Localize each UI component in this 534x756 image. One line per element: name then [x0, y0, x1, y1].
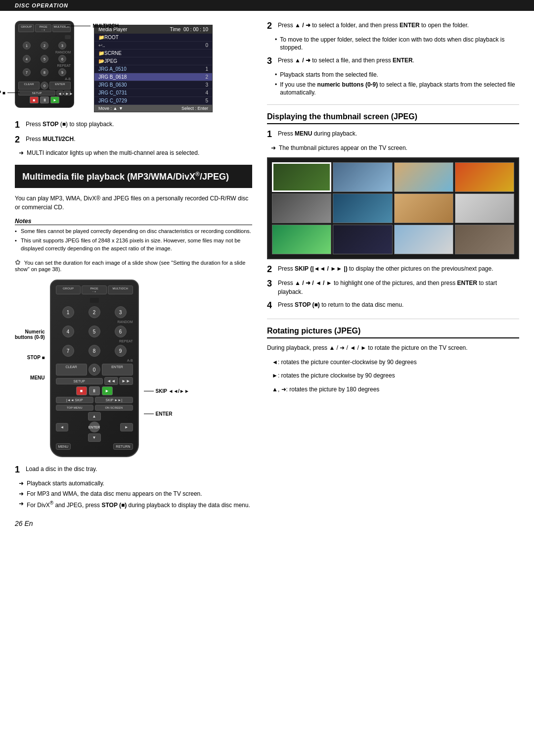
multimedia-section-title: Multimedia file playback (MP3/WMA/DivX®/…	[15, 165, 252, 188]
lremote-skip-next-btn[interactable]: SKIP ►►|	[95, 397, 133, 403]
thumbnail-12[interactable]	[455, 225, 514, 254]
mp-row-file3: JRG B_0630 3	[94, 81, 212, 89]
thumbnail-1[interactable]	[272, 162, 331, 192]
sr-clear-btn[interactable]: CLEAR	[18, 82, 40, 90]
sr-search-btn[interactable]: ►►	[64, 91, 71, 95]
sr-num-2[interactable]: 2	[41, 42, 48, 49]
thumbnail-7[interactable]	[394, 193, 453, 223]
sr-enter-btn[interactable]: ENTER	[49, 82, 71, 90]
media-player-screen: Media Player Time 00 : 00 : 10 📁 ROOT	[94, 25, 213, 112]
lremote-group-btn[interactable]: GROUP	[56, 285, 81, 294]
lremote-num-0[interactable]: 0	[89, 364, 100, 376]
lremote-skip-prev-btn[interactable]: |◄◄ SKIP	[56, 397, 94, 403]
page-container: DISC OPERATION GROUP PAGE- + MULTI/2CH	[0, 0, 534, 537]
step-1-sub2: ➜ For MP3 and WMA, the data disc menu ap…	[19, 490, 252, 498]
lremote-on-screen-btn[interactable]: ON SCREEN	[95, 405, 133, 411]
step-1-sub3: ➜ For DivX® and JPEG, press STOP (■) dur…	[19, 500, 252, 510]
lremote-num-9[interactable]: 9	[115, 345, 127, 357]
enter-right-label: ENTER	[144, 411, 173, 417]
sr-num-1[interactable]: 1	[23, 42, 31, 49]
tip-section: ✿ You can set the duration for each imag…	[15, 258, 252, 272]
lremote-nav-down-btn[interactable]: ▼	[88, 433, 101, 442]
folder-icon: 📁	[98, 35, 104, 40]
sr-num-4[interactable]: 4	[23, 55, 31, 63]
thumbnail-4[interactable]	[455, 162, 514, 192]
lremote-enter-center-btn[interactable]: ENTER	[89, 422, 100, 432]
lremote-num-4[interactable]: 4	[62, 326, 74, 337]
thumbnail-5[interactable]	[272, 193, 331, 223]
sr-pause-btn[interactable]: ⏸	[40, 96, 49, 103]
lremote-search-btn[interactable]: ►►	[119, 377, 133, 385]
folder-scrne-icon: 📁	[98, 50, 104, 56]
lremote-nav-up-btn[interactable]: ▲	[88, 412, 101, 421]
media-player-time: Time 00 : 00 : 10	[170, 27, 208, 32]
step-1-sub1: ➜ Playback starts automatically.	[19, 479, 252, 488]
sr-num-3[interactable]: 3	[58, 42, 66, 49]
lremote-num-1[interactable]: 1	[62, 306, 74, 318]
step-2-right: 2 Press ▲ / ➜ to select a folder, and th…	[267, 21, 519, 32]
menu-label: MENU	[30, 375, 44, 380]
lremote-clear-btn[interactable]: CLEAR	[56, 364, 87, 376]
lremote-return-btn[interactable]: RETURN	[113, 443, 133, 450]
thumbnail-3[interactable]	[394, 162, 453, 192]
thumbnail-2[interactable]	[333, 162, 392, 192]
lremote-enter-small-btn[interactable]: ENTER	[102, 364, 133, 376]
lremote-play-btn[interactable]: ►	[102, 386, 113, 395]
thumb-step-1-sub: ➜ The thumbnail pictures appear on the T…	[271, 144, 519, 152]
sr-num-9[interactable]: 9	[58, 68, 66, 76]
sr-num-0[interactable]: 0	[41, 82, 48, 90]
tip-icon: ✿	[15, 258, 21, 266]
lremote-pause-btn[interactable]: ⏸	[89, 386, 100, 395]
mp-row-scrne: 📁 SCRNE	[94, 49, 212, 57]
sr-group-btn[interactable]: GROUP	[18, 24, 34, 32]
lremote-nav-right-btn[interactable]: ►	[120, 423, 133, 431]
thumbnail-11[interactable]	[394, 225, 453, 254]
lremote-num-7[interactable]: 7	[62, 345, 74, 357]
step-3-right: 3 Press ▲ / ➜ to select a file, and then…	[267, 56, 519, 67]
notes-title: Notes	[15, 218, 252, 225]
lremote-num-5[interactable]: 5	[89, 326, 100, 337]
rotate-bullets: ◄: rotates the picture counter-clockwise…	[272, 357, 519, 395]
top-section: GROUP PAGE- + MULTI/2CH 1 2 3	[15, 21, 252, 112]
step-2-sub: ➜ MULTI indicator lights up when the mul…	[19, 149, 252, 157]
lremote-menu-btn[interactable]: MENU	[56, 443, 71, 450]
header-bar: DISC OPERATION	[0, 0, 534, 11]
sr-slow-btn[interactable]: ◄◄	[56, 91, 63, 95]
sr-num-8[interactable]: 8	[41, 68, 48, 76]
thumbnail-6[interactable]	[333, 193, 392, 223]
rotate-bullet-1: ◄: rotates the picture counter-clockwise…	[272, 357, 519, 368]
thumb-step-2: 2 Press SKIP (|◄◄ / ►► |) to display the…	[267, 264, 519, 275]
lremote-page-btn[interactable]: PAGE- +	[82, 285, 107, 294]
lremote-num-8[interactable]: 8	[89, 345, 100, 357]
numeric-label: Numeric buttons (0-9)	[15, 329, 45, 340]
notes-box: Notes Some files cannot be played correc…	[15, 218, 252, 252]
sr-page-btn[interactable]: PAGE- +	[35, 24, 51, 32]
lremote-stop-btn[interactable]: ■	[76, 386, 87, 395]
lremote-slow-btn[interactable]: ◄◄	[104, 377, 118, 385]
thumbnail-9[interactable]	[272, 225, 331, 254]
sr-play-btn[interactable]: ►	[50, 96, 59, 103]
thumbnail-10[interactable]	[333, 225, 392, 254]
lremote-setup-btn[interactable]: SETUP	[56, 378, 103, 384]
divider-2	[267, 319, 519, 319]
lremote-num-2[interactable]: 2	[89, 306, 100, 318]
lremote-skip-row: |◄◄ SKIP SKIP ►►|	[56, 397, 133, 403]
sr-num-5[interactable]: 5	[41, 55, 48, 63]
lremote-multi-btn[interactable]: MULTI/2CH	[108, 285, 133, 294]
lremote-num-grid-3: 7 8 9	[56, 345, 133, 357]
lremote-num-3[interactable]: 3	[115, 306, 127, 318]
steps-top-left: 1 Press STOP (■) to stop playback. 2 Pre…	[15, 120, 252, 157]
lremote-top-row: GROUP PAGE- + MULTI/2CH	[56, 285, 133, 294]
sr-num-7[interactable]: 7	[23, 68, 31, 76]
lremote-top-menu-btn[interactable]: TOP MENU	[56, 405, 94, 411]
sr-stop-btn[interactable]: ■	[30, 96, 39, 103]
lremote-nav-down-row: ▼	[56, 433, 133, 442]
mp-row-file5: JRG C_0729 5	[94, 97, 212, 105]
lremote-nav-left-btn[interactable]: ◄	[56, 423, 69, 431]
lremote-num-6[interactable]: 6	[115, 326, 127, 337]
rotating-section-title: Rotating pictures (JPEG)	[267, 327, 519, 338]
thumb-step-4: 4 Press STOP (■) to return to the data d…	[267, 300, 519, 311]
sr-num-6[interactable]: 6	[58, 55, 66, 63]
sr-setup-btn[interactable]: SETUP	[18, 91, 55, 95]
thumbnail-8[interactable]	[455, 193, 514, 223]
